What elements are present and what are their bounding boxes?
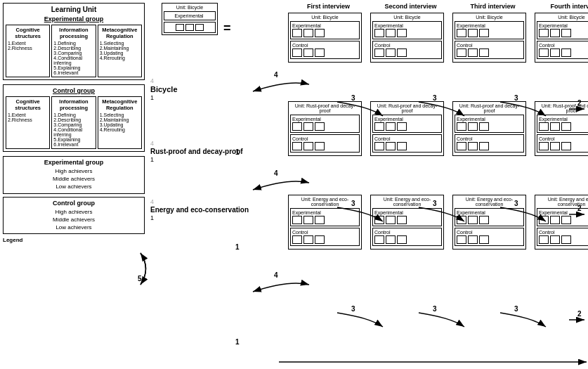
d6	[479, 48, 489, 57]
int2-energy-ctrl-label: Control	[374, 230, 440, 235]
int3-rustproof-exp-cells	[457, 122, 522, 131]
int3-bicycle-card: Unit: Bicycle Experimental Control	[452, 13, 526, 63]
int1-rustproof-ctrl-cells	[292, 142, 358, 150]
interview-col-4: Fourth interview Unit: Bicycle Experimen…	[535, 3, 588, 255]
int1-energy-ctrl-label: Control	[292, 230, 358, 235]
int1-bicycle-exp-cells	[292, 29, 358, 37]
exp-info-col: Information processing 1.Defining2.Descr…	[51, 25, 96, 77]
preview-cell-1	[176, 24, 184, 31]
int1-rustproof-ctrl-cell-2	[303, 142, 313, 150]
exp-cognitive-title: Cognitive structures	[8, 27, 48, 39]
int3-bicycle-ctrl-label: Control	[457, 43, 522, 48]
int3-energy-card: Unit: Energy and eco-conservation Experi…	[452, 195, 526, 250]
interview-title-1: First interview	[288, 3, 369, 10]
c8	[386, 122, 396, 131]
int2-energy-ctrl-cells	[374, 235, 440, 244]
int1-rustproof-exp-cell-2	[303, 122, 313, 131]
d3	[479, 29, 489, 37]
int1-rustproof-exp-row: Experimental	[290, 115, 360, 133]
int3-energy-exp-row: Experimental	[455, 208, 524, 226]
exp-achievement-items: High achieversMiddle achieversLow achiev…	[6, 167, 142, 191]
int1-energy-ctrl-cell-2	[303, 235, 313, 244]
int1-rustproof-exp-cell-3	[315, 122, 325, 131]
e17	[550, 235, 560, 244]
int2-energy-exp-row: Experimental	[372, 208, 442, 226]
int2-energy-title: Unit: Energy and eco-conservation	[372, 197, 442, 207]
ctrl-achievement-box: Control group High achieversMiddle achie…	[3, 197, 145, 235]
c5	[386, 48, 396, 57]
ctrl-info-title: Information processing	[53, 98, 93, 111]
c3	[397, 29, 407, 37]
int1-rustproof-exp-cell-1	[292, 122, 302, 131]
int1-energy-exp-cell-3	[315, 216, 325, 224]
int1-energy-exp-cell-2	[303, 216, 313, 224]
int2-rustproof-exp-label: Experimental	[374, 117, 440, 122]
legend-label: Legend	[3, 237, 145, 243]
e12	[561, 142, 571, 150]
unit-labels-container: 4 Bicycle 1 4 Rust-proof and decay-proof…	[148, 77, 281, 221]
d10	[457, 142, 466, 150]
int2-energy-ctrl-row: Control	[372, 228, 442, 246]
int3-rustproof-ctrl-label: Control	[457, 136, 522, 141]
num-4-rustproof: 4	[150, 140, 281, 147]
int4-rustproof-ctrl-row: Control	[537, 134, 588, 153]
int1-bicycle-title: Unit: Bicycle	[290, 15, 360, 20]
int1-bicycle-card: Unit: Bicycle Experimental Control	[288, 13, 362, 63]
interviews-container: First interview Unit: Bicycle Experiment…	[281, 3, 588, 255]
c10	[374, 142, 384, 150]
exp-meta-title: Metacognitive Regulation	[100, 27, 140, 39]
int4-energy-ctrl-row: Control	[537, 228, 588, 246]
c6	[397, 48, 407, 57]
c2	[386, 29, 396, 37]
interview-title-4: Fourth interview	[535, 3, 588, 10]
e6	[561, 48, 571, 57]
int4-rustproof-exp-label: Experimental	[539, 117, 588, 122]
int4-bicycle-exp-cells	[539, 29, 588, 37]
left-panel: Learning Unit Experimental group Cogniti…	[0, 0, 148, 369]
middle-section: Unit: Bicycle Experimental = 4 Bicycle 1	[148, 0, 281, 369]
int2-bicycle-title: Unit: Bicycle	[372, 15, 442, 20]
int3-rustproof-exp-label: Experimental	[457, 117, 522, 122]
num-1-bicycle: 1	[150, 94, 281, 101]
d7	[457, 122, 466, 131]
int4-bicycle-title: Unit: Bicycle	[537, 15, 588, 20]
int2-energy-exp-label: Experimental	[374, 210, 440, 215]
int1-rustproof-ctrl-cell-3	[315, 142, 325, 150]
ctrl-info-items: 1.Defining2.Describing3.Comparing4.Condi…	[53, 112, 93, 147]
preview-cell-3	[195, 24, 204, 31]
control-group-box: Control group Cognitive structures 1.Ext…	[3, 84, 145, 152]
int1-bicycle-exp-cell-2	[303, 29, 313, 37]
ctrl-achievement-items: High achieversMiddle achieversLow achiev…	[6, 208, 142, 232]
int4-energy-ctrl-label: Control	[539, 230, 588, 235]
int1-bicycle-ctrl-label: Control	[292, 43, 358, 48]
d5	[468, 48, 478, 57]
int1-bicycle-ctrl-row: Control	[290, 41, 360, 59]
int3-energy-ctrl-cells	[457, 235, 522, 244]
int3-energy-ctrl-label: Control	[457, 230, 522, 235]
int1-energy-exp-label: Experimental	[292, 210, 358, 215]
exp-info-items: 1.Defining2.Describing3.Comparing4.Condi…	[53, 41, 93, 75]
main-container: Learning Unit Experimental group Cogniti…	[0, 0, 588, 369]
ctrl-cognitive-title: Cognitive structures	[8, 98, 48, 111]
c16	[374, 235, 384, 244]
c11	[386, 142, 396, 150]
exp-achievement-box: Experimental group High achieversMiddle …	[3, 156, 145, 194]
preview-exp-label: Experimental	[175, 13, 204, 18]
int2-bicycle-exp-cells	[374, 29, 440, 37]
int1-bicycle-exp-row: Experimental	[290, 21, 360, 39]
int2-energy-exp-cells	[374, 216, 440, 224]
int1-energy-exp-cell-1	[292, 216, 302, 224]
int2-rustproof-exp-row: Experimental	[372, 115, 442, 133]
d11	[468, 142, 478, 150]
learning-unit-title: Learning Unit	[6, 6, 142, 13]
e8	[550, 122, 560, 131]
int3-bicycle-exp-label: Experimental	[457, 23, 522, 28]
preview-cell-2	[185, 24, 194, 31]
unit-name-bicycle: Bicycle	[150, 84, 281, 94]
d15	[479, 216, 489, 224]
learning-unit-box: Learning Unit Experimental group Cogniti…	[3, 3, 145, 80]
c18	[397, 235, 407, 244]
e5	[550, 48, 560, 57]
int4-bicycle-exp-row: Experimental	[537, 21, 588, 39]
c17	[386, 235, 396, 244]
